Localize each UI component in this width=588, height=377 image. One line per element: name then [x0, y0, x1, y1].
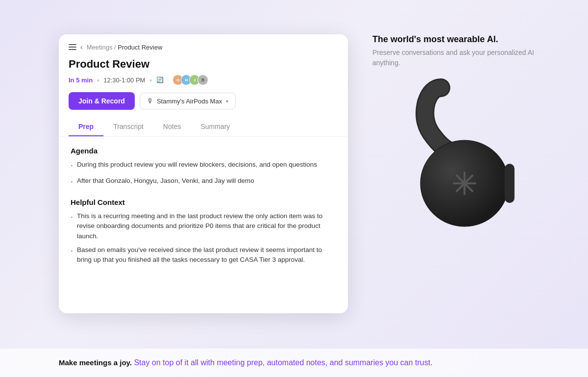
bottom-highlight-text: Stay on top of it all with meeting prep,…	[134, 358, 432, 367]
breadcrumb: ‹ Meetings / Product Review	[69, 43, 338, 51]
context-item-2: Based on emails you've received since th…	[71, 245, 336, 265]
card-header: ‹ Meetings / Product Review Product Revi…	[59, 34, 348, 137]
agenda-list: During this product review you will revi…	[71, 160, 336, 188]
bottom-panel: Make meetings a joy. Stay on top of it a…	[0, 349, 588, 377]
hamburger-icon[interactable]	[69, 44, 76, 50]
agenda-title: Agenda	[71, 147, 336, 155]
context-title: Helpful Context	[71, 198, 336, 206]
meta-dot-2: ●	[149, 77, 152, 83]
meeting-title: Product Review	[69, 58, 338, 71]
context-list: This is a recurring meeting and in the l…	[71, 211, 336, 265]
device-logo-mark	[454, 173, 475, 194]
tab-prep[interactable]: Prep	[69, 118, 103, 136]
tab-transcript[interactable]: Transcript	[103, 118, 153, 136]
avatar-4: B	[197, 75, 208, 85]
tabs-row: Prep Transcript Notes Summary	[69, 118, 338, 136]
device-svg	[392, 78, 529, 235]
wearable-device-illustration	[392, 78, 529, 235]
wearable-subtext: Preserve conversations and ask your pers…	[372, 48, 549, 68]
breadcrumb-current: Product Review	[118, 44, 162, 51]
svg-rect-2	[505, 164, 514, 203]
meta-dot-3: ·	[168, 77, 169, 83]
actions-row: Join & Record 🎙 Stammy's AirPods Max ▾	[69, 92, 338, 110]
right-panel: The world's most wearable AI. Preserve c…	[372, 34, 549, 235]
agenda-item-2: After that Gonzalo, Hongyu, Jason, Venki…	[71, 176, 336, 188]
avatar-group: G H J B	[172, 75, 208, 85]
bottom-main-text: Make meetings a joy.	[59, 358, 132, 367]
wearable-headline: The world's most wearable AI.	[372, 34, 549, 45]
tab-summary[interactable]: Summary	[191, 118, 240, 136]
time-range: 12:30-1:00 PM	[103, 76, 145, 84]
audio-selector[interactable]: 🎙 Stammy's AirPods Max ▾	[140, 93, 236, 109]
context-item-1: This is a recurring meeting and in the l…	[71, 211, 336, 241]
meta-dot: ●	[97, 77, 99, 83]
card-content: Agenda During this product review you wi…	[59, 137, 348, 284]
agenda-item-1: During this product review you will revi…	[71, 160, 336, 172]
breadcrumb-text: Meetings / Product Review	[87, 44, 163, 51]
main-layout: ‹ Meetings / Product Review Product Revi…	[0, 0, 588, 377]
time-badge: In 5 min	[69, 76, 93, 84]
breadcrumb-parent: Meetings	[87, 44, 113, 51]
microphone-icon: 🎙	[147, 97, 154, 105]
audio-device-label: Stammy's AirPods Max	[157, 98, 222, 105]
back-icon[interactable]: ‹	[80, 43, 83, 51]
meeting-meta: In 5 min ● 12:30-1:00 PM ● 🔄 · G H J B	[69, 75, 338, 85]
meeting-card: ‹ Meetings / Product Review Product Revi…	[59, 34, 348, 313]
sync-icon: 🔄	[156, 76, 164, 83]
join-record-button[interactable]: Join & Record	[69, 92, 135, 110]
chevron-down-icon: ▾	[226, 99, 228, 104]
bottom-text: Make meetings a joy. Stay on top of it a…	[59, 358, 529, 367]
tab-notes[interactable]: Notes	[153, 118, 191, 136]
